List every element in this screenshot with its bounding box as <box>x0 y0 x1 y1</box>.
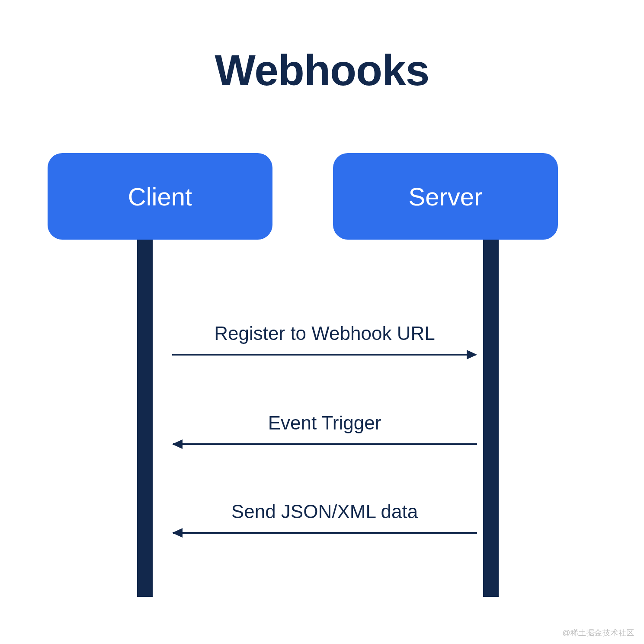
svg-marker-5 <box>172 528 183 538</box>
svg-marker-3 <box>172 439 183 449</box>
server-node-label: Server <box>409 182 483 211</box>
message-arrow-send-data <box>172 526 477 539</box>
message-label-register: Register to Webhook URL <box>172 323 477 344</box>
message-label-send-data: Send JSON/XML data <box>172 501 477 522</box>
message-arrow-event-trigger <box>172 438 477 451</box>
diagram-title: Webhooks <box>0 45 644 95</box>
client-node-label: Client <box>128 182 192 211</box>
server-lifeline <box>483 240 499 597</box>
message-label-event-trigger: Event Trigger <box>172 412 477 434</box>
svg-marker-1 <box>467 350 477 359</box>
client-lifeline <box>137 240 153 597</box>
message-arrow-register <box>172 348 477 361</box>
server-node: Server <box>333 153 558 240</box>
client-node: Client <box>48 153 272 240</box>
watermark-text: @稀土掘金技术社区 <box>562 628 634 638</box>
